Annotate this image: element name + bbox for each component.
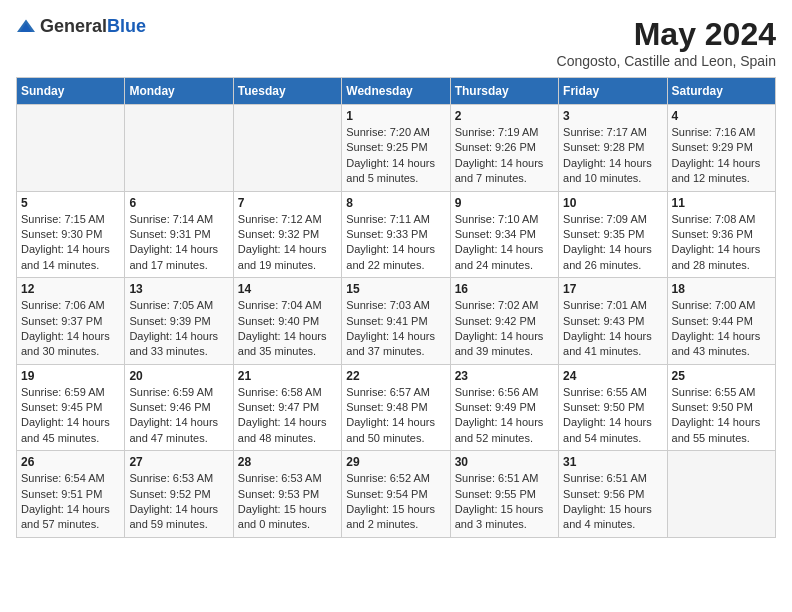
day-number: 24 [563,369,662,383]
day-cell: 11Sunrise: 7:08 AMSunset: 9:36 PMDayligh… [667,191,775,278]
day-cell: 26Sunrise: 6:54 AMSunset: 9:51 PMDayligh… [17,451,125,538]
day-info: Sunrise: 6:51 AMSunset: 9:55 PMDaylight:… [455,471,554,533]
col-header-sunday: Sunday [17,78,125,105]
day-cell: 21Sunrise: 6:58 AMSunset: 9:47 PMDayligh… [233,364,341,451]
day-info: Sunrise: 7:16 AMSunset: 9:29 PMDaylight:… [672,125,771,187]
day-number: 20 [129,369,228,383]
day-cell: 15Sunrise: 7:03 AMSunset: 9:41 PMDayligh… [342,278,450,365]
day-cell: 17Sunrise: 7:01 AMSunset: 9:43 PMDayligh… [559,278,667,365]
col-header-saturday: Saturday [667,78,775,105]
day-info: Sunrise: 6:56 AMSunset: 9:49 PMDaylight:… [455,385,554,447]
day-info: Sunrise: 7:06 AMSunset: 9:37 PMDaylight:… [21,298,120,360]
day-cell [233,105,341,192]
logo-blue: Blue [107,16,146,36]
day-cell: 31Sunrise: 6:51 AMSunset: 9:56 PMDayligh… [559,451,667,538]
day-cell: 8Sunrise: 7:11 AMSunset: 9:33 PMDaylight… [342,191,450,278]
day-info: Sunrise: 7:02 AMSunset: 9:42 PMDaylight:… [455,298,554,360]
day-info: Sunrise: 6:53 AMSunset: 9:52 PMDaylight:… [129,471,228,533]
day-number: 29 [346,455,445,469]
day-cell [17,105,125,192]
day-cell: 23Sunrise: 6:56 AMSunset: 9:49 PMDayligh… [450,364,558,451]
day-info: Sunrise: 7:00 AMSunset: 9:44 PMDaylight:… [672,298,771,360]
day-cell: 13Sunrise: 7:05 AMSunset: 9:39 PMDayligh… [125,278,233,365]
day-info: Sunrise: 6:55 AMSunset: 9:50 PMDaylight:… [563,385,662,447]
day-info: Sunrise: 7:20 AMSunset: 9:25 PMDaylight:… [346,125,445,187]
day-number: 6 [129,196,228,210]
week-row-4: 19Sunrise: 6:59 AMSunset: 9:45 PMDayligh… [17,364,776,451]
logo-icon [16,17,36,37]
day-number: 19 [21,369,120,383]
day-info: Sunrise: 7:05 AMSunset: 9:39 PMDaylight:… [129,298,228,360]
day-number: 17 [563,282,662,296]
day-number: 4 [672,109,771,123]
week-row-1: 1Sunrise: 7:20 AMSunset: 9:25 PMDaylight… [17,105,776,192]
day-info: Sunrise: 6:54 AMSunset: 9:51 PMDaylight:… [21,471,120,533]
day-info: Sunrise: 7:11 AMSunset: 9:33 PMDaylight:… [346,212,445,274]
day-cell: 28Sunrise: 6:53 AMSunset: 9:53 PMDayligh… [233,451,341,538]
day-cell: 18Sunrise: 7:00 AMSunset: 9:44 PMDayligh… [667,278,775,365]
col-header-wednesday: Wednesday [342,78,450,105]
day-info: Sunrise: 7:04 AMSunset: 9:40 PMDaylight:… [238,298,337,360]
day-number: 1 [346,109,445,123]
col-header-thursday: Thursday [450,78,558,105]
day-number: 7 [238,196,337,210]
day-number: 15 [346,282,445,296]
col-header-friday: Friday [559,78,667,105]
week-row-3: 12Sunrise: 7:06 AMSunset: 9:37 PMDayligh… [17,278,776,365]
day-info: Sunrise: 6:58 AMSunset: 9:47 PMDaylight:… [238,385,337,447]
day-number: 13 [129,282,228,296]
day-cell: 22Sunrise: 6:57 AMSunset: 9:48 PMDayligh… [342,364,450,451]
day-cell: 27Sunrise: 6:53 AMSunset: 9:52 PMDayligh… [125,451,233,538]
day-number: 2 [455,109,554,123]
col-header-monday: Monday [125,78,233,105]
subtitle: Congosto, Castille and Leon, Spain [557,53,776,69]
day-cell [667,451,775,538]
day-number: 18 [672,282,771,296]
day-number: 27 [129,455,228,469]
day-cell: 7Sunrise: 7:12 AMSunset: 9:32 PMDaylight… [233,191,341,278]
day-cell: 5Sunrise: 7:15 AMSunset: 9:30 PMDaylight… [17,191,125,278]
day-number: 31 [563,455,662,469]
day-number: 10 [563,196,662,210]
logo: GeneralBlue [16,16,146,37]
day-cell: 4Sunrise: 7:16 AMSunset: 9:29 PMDaylight… [667,105,775,192]
day-info: Sunrise: 7:08 AMSunset: 9:36 PMDaylight:… [672,212,771,274]
day-info: Sunrise: 6:51 AMSunset: 9:56 PMDaylight:… [563,471,662,533]
page-header: GeneralBlue May 2024 Congosto, Castille … [16,16,776,69]
day-number: 25 [672,369,771,383]
day-number: 9 [455,196,554,210]
day-number: 22 [346,369,445,383]
col-header-tuesday: Tuesday [233,78,341,105]
day-number: 21 [238,369,337,383]
day-number: 8 [346,196,445,210]
day-info: Sunrise: 7:12 AMSunset: 9:32 PMDaylight:… [238,212,337,274]
day-number: 16 [455,282,554,296]
day-number: 23 [455,369,554,383]
day-info: Sunrise: 6:55 AMSunset: 9:50 PMDaylight:… [672,385,771,447]
day-cell: 2Sunrise: 7:19 AMSunset: 9:26 PMDaylight… [450,105,558,192]
day-cell: 9Sunrise: 7:10 AMSunset: 9:34 PMDaylight… [450,191,558,278]
day-cell: 14Sunrise: 7:04 AMSunset: 9:40 PMDayligh… [233,278,341,365]
day-info: Sunrise: 6:53 AMSunset: 9:53 PMDaylight:… [238,471,337,533]
day-cell: 25Sunrise: 6:55 AMSunset: 9:50 PMDayligh… [667,364,775,451]
day-cell: 6Sunrise: 7:14 AMSunset: 9:31 PMDaylight… [125,191,233,278]
day-cell: 29Sunrise: 6:52 AMSunset: 9:54 PMDayligh… [342,451,450,538]
day-info: Sunrise: 7:01 AMSunset: 9:43 PMDaylight:… [563,298,662,360]
day-cell [125,105,233,192]
day-number: 3 [563,109,662,123]
day-info: Sunrise: 7:17 AMSunset: 9:28 PMDaylight:… [563,125,662,187]
day-cell: 20Sunrise: 6:59 AMSunset: 9:46 PMDayligh… [125,364,233,451]
day-cell: 1Sunrise: 7:20 AMSunset: 9:25 PMDaylight… [342,105,450,192]
day-number: 12 [21,282,120,296]
day-info: Sunrise: 7:10 AMSunset: 9:34 PMDaylight:… [455,212,554,274]
day-number: 28 [238,455,337,469]
day-info: Sunrise: 7:09 AMSunset: 9:35 PMDaylight:… [563,212,662,274]
day-info: Sunrise: 7:19 AMSunset: 9:26 PMDaylight:… [455,125,554,187]
day-number: 11 [672,196,771,210]
main-title: May 2024 [557,16,776,53]
day-info: Sunrise: 7:14 AMSunset: 9:31 PMDaylight:… [129,212,228,274]
logo-general: General [40,16,107,36]
day-cell: 24Sunrise: 6:55 AMSunset: 9:50 PMDayligh… [559,364,667,451]
day-cell: 30Sunrise: 6:51 AMSunset: 9:55 PMDayligh… [450,451,558,538]
day-cell: 16Sunrise: 7:02 AMSunset: 9:42 PMDayligh… [450,278,558,365]
